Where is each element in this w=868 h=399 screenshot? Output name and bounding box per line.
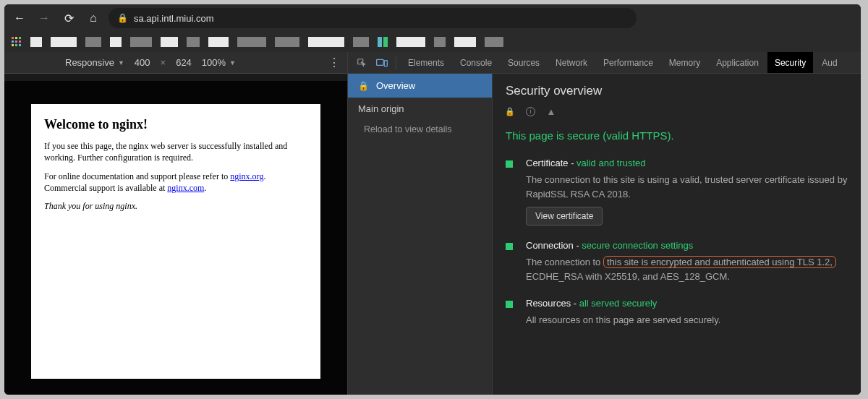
bookmarks-bar — [4, 32, 861, 52]
svg-rect-2 — [384, 60, 387, 66]
viewport-height[interactable]: 624 — [176, 57, 192, 68]
bookmark-item[interactable] — [308, 37, 344, 47]
url-text: sa.api.intl.miui.com — [134, 13, 214, 24]
resources-desc: All resources on this page are served se… — [526, 313, 848, 327]
status-indicator-icon — [506, 301, 513, 308]
ruler — [4, 74, 347, 81]
tab-network[interactable]: Network — [548, 52, 595, 73]
bookmark-item[interactable] — [208, 37, 229, 47]
warning-icon: ▲ — [547, 108, 556, 116]
viewport: Welcome to nginx! If you see this page, … — [4, 81, 347, 395]
status-indicator-icon — [506, 160, 513, 168]
info-icon: i — [526, 107, 535, 116]
forward-button[interactable]: → — [35, 9, 54, 27]
browser-toolbar: ← → ⟳ ⌂ 🔒 sa.api.intl.miui.com — [4, 4, 861, 32]
device-preview-pane: Responsive▼ 400 × 624 100%▼ ⋮ Welcome to… — [4, 52, 348, 395]
security-indicators: 🔒 i ▲ — [506, 107, 848, 116]
back-button[interactable]: ← — [10, 9, 29, 27]
tab-elements[interactable]: Elements — [401, 52, 451, 73]
bookmark-item[interactable] — [130, 37, 152, 47]
dimension-separator: × — [161, 57, 166, 68]
lock-icon: 🔒 — [358, 81, 369, 91]
inspect-icon[interactable] — [352, 58, 371, 68]
bookmark-item[interactable] — [110, 37, 122, 47]
tab-security[interactable]: Security — [767, 52, 813, 73]
svg-rect-1 — [377, 59, 383, 65]
bookmark-item[interactable] — [434, 37, 446, 47]
tab-sources[interactable]: Sources — [501, 52, 547, 73]
status-indicator-icon — [506, 243, 513, 250]
bookmark-item[interactable] — [353, 37, 369, 47]
tls-highlight: this site is encrypted and authenticated… — [603, 256, 836, 268]
security-overview-panel: Security overview 🔒 i ▲ This page is sec… — [493, 74, 861, 395]
device-toolbar: Responsive▼ 400 × 624 100%▼ ⋮ — [4, 52, 347, 74]
zoom-dropdown[interactable]: 100%▼ — [202, 57, 236, 68]
nginx-org-link[interactable]: nginx.org — [230, 171, 263, 181]
devtools-panel: Elements Console Sources Network Perform… — [348, 52, 861, 395]
connection-title: Connection - secure connection settings — [526, 240, 848, 251]
reload-hint: Reload to view details — [348, 120, 492, 139]
nginx-p2: For online documentation and support ple… — [44, 171, 307, 194]
home-button[interactable]: ⌂ — [84, 9, 103, 27]
bookmark-item[interactable] — [378, 37, 388, 47]
nginx-heading: Welcome to nginx! — [44, 116, 307, 133]
address-bar[interactable]: 🔒 sa.api.intl.miui.com — [109, 8, 637, 28]
nginx-com-link[interactable]: nginx.com — [167, 183, 204, 193]
bookmark-item[interactable] — [237, 37, 266, 47]
certificate-block: Certificate - valid and trusted The conn… — [506, 158, 848, 226]
sidebar-item-main-origin[interactable]: Main origin — [348, 98, 492, 120]
tab-console[interactable]: Console — [453, 52, 499, 73]
certificate-title: Certificate - valid and trusted — [526, 158, 848, 168]
bookmark-item[interactable] — [187, 37, 200, 47]
reload-button[interactable]: ⟳ — [59, 9, 78, 27]
bookmark-item[interactable] — [396, 37, 425, 47]
bookmark-item[interactable] — [275, 37, 299, 47]
device-toggle-icon[interactable] — [373, 58, 391, 68]
tab-application[interactable]: Application — [709, 52, 766, 73]
bookmark-item[interactable] — [161, 37, 178, 47]
lock-icon: 🔒 — [117, 13, 128, 23]
tab-memory[interactable]: Memory — [662, 52, 707, 73]
security-heading: Security overview — [506, 84, 848, 98]
view-certificate-button[interactable]: View certificate — [526, 207, 603, 226]
bookmark-item[interactable] — [51, 37, 77, 47]
tab-audits[interactable]: Aud — [814, 52, 844, 73]
device-mode-dropdown[interactable]: Responsive▼ — [65, 57, 124, 68]
devtools-tabs: Elements Console Sources Network Perform… — [348, 52, 861, 74]
sidebar-item-overview[interactable]: 🔒 Overview — [348, 74, 492, 98]
bookmark-item[interactable] — [485, 37, 503, 47]
connection-desc: The connection to this site is encrypted… — [526, 255, 848, 283]
security-sidebar: 🔒 Overview Main origin Reload to view de… — [348, 74, 493, 395]
tab-performance[interactable]: Performance — [596, 52, 660, 73]
bookmark-item[interactable] — [85, 37, 101, 47]
nginx-thanks: Thank you for using nginx. — [44, 201, 137, 211]
connection-block: Connection - secure connection settings … — [506, 240, 848, 283]
certificate-desc: The connection to this site is using a v… — [526, 173, 848, 201]
resources-title: Resources - all served securely — [526, 298, 848, 309]
apps-icon[interactable] — [12, 37, 22, 47]
secure-lock-icon: 🔒 — [506, 108, 514, 116]
viewport-width[interactable]: 400 — [135, 57, 150, 68]
bookmark-item[interactable] — [454, 37, 476, 47]
security-summary: This page is secure (valid HTTPS). — [506, 129, 848, 142]
resources-block: Resources - all served securely All reso… — [506, 298, 848, 327]
more-options-icon[interactable]: ⋮ — [328, 61, 340, 64]
nginx-p1: If you see this page, the nginx web serv… — [44, 140, 307, 163]
bookmark-item[interactable] — [30, 37, 42, 47]
page-content: Welcome to nginx! If you see this page, … — [31, 104, 320, 379]
